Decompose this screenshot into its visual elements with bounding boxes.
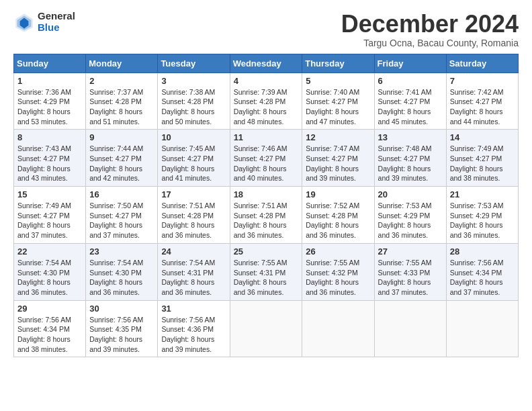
calendar-cell: 12Sunrise: 7:47 AMSunset: 4:27 PMDayligh… (302, 130, 374, 187)
calendar-cell: 20Sunrise: 7:53 AMSunset: 4:29 PMDayligh… (374, 187, 446, 244)
day-number: 7 (450, 76, 515, 86)
calendar-cell: 22Sunrise: 7:54 AMSunset: 4:30 PMDayligh… (14, 243, 86, 300)
day-info: Sunrise: 7:51 AMSunset: 4:28 PMDaylight:… (161, 201, 226, 240)
day-info: Sunrise: 7:51 AMSunset: 4:28 PMDaylight:… (234, 201, 299, 240)
day-info: Sunrise: 7:44 AMSunset: 4:27 PMDaylight:… (89, 144, 154, 183)
calendar-cell: 24Sunrise: 7:54 AMSunset: 4:31 PMDayligh… (158, 243, 230, 300)
day-number: 11 (234, 132, 299, 142)
calendar-cell: 10Sunrise: 7:45 AMSunset: 4:27 PMDayligh… (158, 130, 230, 187)
day-info: Sunrise: 7:49 AMSunset: 4:27 PMDaylight:… (17, 201, 82, 240)
day-number: 21 (450, 189, 515, 199)
day-number: 15 (17, 189, 82, 199)
day-info: Sunrise: 7:42 AMSunset: 4:27 PMDaylight:… (450, 87, 515, 127)
day-number: 6 (378, 76, 443, 86)
calendar-cell: 2Sunrise: 7:37 AMSunset: 4:28 PMDaylight… (86, 73, 158, 130)
day-info: Sunrise: 7:56 AMSunset: 4:36 PMDaylight:… (161, 315, 226, 355)
day-number: 20 (378, 189, 443, 199)
day-number: 22 (17, 246, 82, 257)
calendar-header-friday: Friday (374, 54, 446, 73)
day-info: Sunrise: 7:38 AMSunset: 4:28 PMDaylight:… (161, 87, 226, 127)
day-info: Sunrise: 7:48 AMSunset: 4:27 PMDaylight:… (378, 144, 443, 183)
calendar-cell: 9Sunrise: 7:44 AMSunset: 4:27 PMDaylight… (86, 130, 158, 187)
calendar-cell: 27Sunrise: 7:55 AMSunset: 4:33 PMDayligh… (374, 243, 446, 300)
calendar-week-row: 22Sunrise: 7:54 AMSunset: 4:30 PMDayligh… (14, 243, 519, 300)
calendar-cell: 16Sunrise: 7:50 AMSunset: 4:27 PMDayligh… (86, 187, 158, 244)
title-area: December 2024 Targu Ocna, Bacau County, … (341, 11, 519, 48)
calendar-cell: 8Sunrise: 7:43 AMSunset: 4:27 PMDaylight… (14, 130, 86, 187)
calendar-header-saturday: Saturday (446, 54, 518, 73)
calendar-cell: 11Sunrise: 7:46 AMSunset: 4:27 PMDayligh… (230, 130, 302, 187)
day-number: 12 (306, 132, 370, 142)
day-number: 5 (306, 76, 370, 86)
day-info: Sunrise: 7:52 AMSunset: 4:28 PMDaylight:… (306, 201, 370, 240)
day-number: 8 (17, 132, 82, 142)
calendar-cell: 7Sunrise: 7:42 AMSunset: 4:27 PMDaylight… (446, 73, 518, 130)
calendar-cell (302, 300, 374, 357)
calendar-cell: 25Sunrise: 7:55 AMSunset: 4:31 PMDayligh… (230, 243, 302, 300)
calendar-cell: 1Sunrise: 7:36 AMSunset: 4:29 PMDaylight… (14, 73, 86, 130)
calendar-header-row: SundayMondayTuesdayWednesdayThursdayFrid… (14, 54, 519, 73)
calendar-cell: 21Sunrise: 7:53 AMSunset: 4:29 PMDayligh… (446, 187, 518, 244)
day-number: 3 (161, 76, 226, 86)
day-info: Sunrise: 7:55 AMSunset: 4:33 PMDaylight:… (378, 258, 443, 298)
header: General Blue December 2024 Targu Ocna, B… (13, 11, 519, 48)
day-info: Sunrise: 7:56 AMSunset: 4:35 PMDaylight:… (89, 315, 154, 355)
day-info: Sunrise: 7:56 AMSunset: 4:34 PMDaylight:… (17, 315, 82, 355)
calendar-header-tuesday: Tuesday (158, 54, 230, 73)
logo-general-text: General (38, 11, 75, 22)
day-number: 24 (161, 246, 226, 257)
day-number: 29 (17, 304, 82, 314)
day-info: Sunrise: 7:49 AMSunset: 4:27 PMDaylight:… (450, 144, 515, 183)
day-number: 18 (234, 189, 299, 199)
day-number: 30 (89, 304, 154, 314)
day-info: Sunrise: 7:43 AMSunset: 4:27 PMDaylight:… (17, 144, 82, 183)
calendar-cell: 3Sunrise: 7:38 AMSunset: 4:28 PMDaylight… (158, 73, 230, 130)
day-number: 25 (234, 246, 299, 257)
day-number: 13 (378, 132, 443, 142)
calendar-header-monday: Monday (86, 54, 158, 73)
day-info: Sunrise: 7:55 AMSunset: 4:32 PMDaylight:… (306, 258, 370, 298)
calendar-week-row: 15Sunrise: 7:49 AMSunset: 4:27 PMDayligh… (14, 187, 519, 244)
day-info: Sunrise: 7:45 AMSunset: 4:27 PMDaylight:… (161, 144, 226, 183)
day-number: 14 (450, 132, 515, 142)
day-number: 1 (17, 76, 82, 86)
calendar-header-thursday: Thursday (302, 54, 374, 73)
calendar-cell: 13Sunrise: 7:48 AMSunset: 4:27 PMDayligh… (374, 130, 446, 187)
day-info: Sunrise: 7:41 AMSunset: 4:27 PMDaylight:… (378, 87, 443, 127)
calendar-cell (446, 300, 518, 357)
day-number: 4 (234, 76, 299, 86)
calendar-cell: 6Sunrise: 7:41 AMSunset: 4:27 PMDaylight… (374, 73, 446, 130)
day-info: Sunrise: 7:36 AMSunset: 4:29 PMDaylight:… (17, 87, 82, 127)
logo-icon (13, 11, 35, 33)
calendar-cell: 18Sunrise: 7:51 AMSunset: 4:28 PMDayligh… (230, 187, 302, 244)
calendar-cell: 14Sunrise: 7:49 AMSunset: 4:27 PMDayligh… (446, 130, 518, 187)
calendar-cell: 28Sunrise: 7:56 AMSunset: 4:34 PMDayligh… (446, 243, 518, 300)
calendar-cell: 17Sunrise: 7:51 AMSunset: 4:28 PMDayligh… (158, 187, 230, 244)
day-number: 16 (89, 189, 154, 199)
location-subtitle: Targu Ocna, Bacau County, Romania (341, 38, 519, 48)
calendar-cell (374, 300, 446, 357)
day-info: Sunrise: 7:47 AMSunset: 4:27 PMDaylight:… (306, 144, 370, 183)
day-number: 2 (89, 76, 154, 86)
day-number: 10 (161, 132, 226, 142)
calendar-cell: 31Sunrise: 7:56 AMSunset: 4:36 PMDayligh… (158, 300, 230, 357)
day-info: Sunrise: 7:54 AMSunset: 4:30 PMDaylight:… (89, 258, 154, 298)
day-info: Sunrise: 7:46 AMSunset: 4:27 PMDaylight:… (234, 144, 299, 183)
day-number: 19 (306, 189, 370, 199)
day-info: Sunrise: 7:50 AMSunset: 4:27 PMDaylight:… (89, 201, 154, 240)
calendar-header-wednesday: Wednesday (230, 54, 302, 73)
calendar-cell (230, 300, 302, 357)
day-info: Sunrise: 7:39 AMSunset: 4:28 PMDaylight:… (234, 87, 299, 127)
day-info: Sunrise: 7:37 AMSunset: 4:28 PMDaylight:… (89, 87, 154, 127)
day-info: Sunrise: 7:40 AMSunset: 4:27 PMDaylight:… (306, 87, 370, 127)
month-title: December 2024 (341, 11, 519, 38)
calendar-header-sunday: Sunday (14, 54, 86, 73)
day-info: Sunrise: 7:53 AMSunset: 4:29 PMDaylight:… (450, 201, 515, 240)
day-info: Sunrise: 7:54 AMSunset: 4:31 PMDaylight:… (161, 258, 226, 298)
calendar-cell: 4Sunrise: 7:39 AMSunset: 4:28 PMDaylight… (230, 73, 302, 130)
calendar-week-row: 1Sunrise: 7:36 AMSunset: 4:29 PMDaylight… (14, 73, 519, 130)
day-number: 27 (378, 246, 443, 257)
logo: General Blue (13, 11, 75, 33)
day-number: 17 (161, 189, 226, 199)
day-number: 9 (89, 132, 154, 142)
